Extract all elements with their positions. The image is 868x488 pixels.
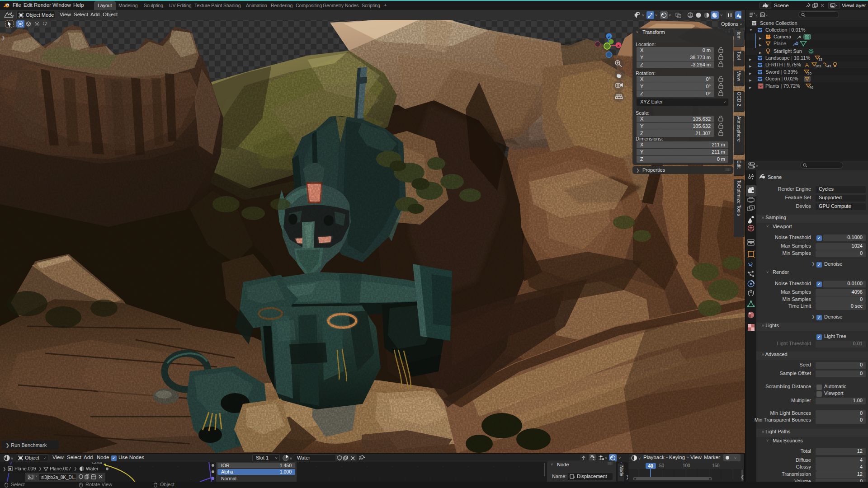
svg-text:150: 150	[712, 463, 720, 468]
svg-text:˅: ˅	[755, 14, 758, 18]
svg-text:13: 13	[818, 57, 822, 61]
svg-text:Plane.007: Plane.007	[50, 466, 71, 471]
svg-text:˅: ˅	[642, 13, 644, 18]
svg-text:-43: -43	[826, 64, 831, 68]
svg-text:❯: ❯	[3, 467, 6, 472]
svg-text:˅: ˅	[669, 13, 671, 18]
svg-text:❯: ❯	[38, 466, 42, 471]
svg-text:1.000: 1.000	[280, 469, 292, 474]
svg-text:˅: ˅	[290, 456, 292, 461]
svg-text:20: 20	[807, 71, 811, 75]
svg-text:˅: ˅	[605, 456, 607, 460]
svg-text:Water: Water	[86, 466, 99, 471]
svg-text:X: X	[617, 44, 620, 48]
svg-text:❯: ❯	[626, 474, 628, 480]
svg-text:˅: ˅	[756, 164, 758, 168]
svg-text:˅: ˅	[11, 456, 13, 461]
svg-text:Z: Z	[608, 35, 610, 39]
svg-text:˅: ˅	[720, 13, 722, 18]
svg-text:103: 103	[815, 64, 821, 68]
svg-text:˅: ˅	[734, 456, 736, 460]
svg-text:IOR: IOR	[221, 463, 230, 468]
svg-text:˅: ˅	[638, 456, 641, 461]
svg-text:50: 50	[659, 463, 665, 468]
svg-text:si3jbb2a_8K_Di...: si3jbb2a_8K_Di...	[41, 475, 76, 480]
svg-text:46: 46	[809, 85, 813, 89]
svg-text:˅: ˅	[618, 456, 621, 460]
svg-text:˅: ˅	[655, 13, 657, 18]
svg-text:❮: ❮	[741, 474, 744, 480]
svg-text:❯: ❯	[74, 466, 77, 471]
svg-text:˅: ˅	[35, 474, 38, 478]
svg-text:˅: ˅	[765, 14, 768, 18]
svg-text:Plane.009: Plane.009	[14, 466, 36, 471]
svg-text:Normal: Normal	[221, 476, 236, 481]
svg-text:40: 40	[648, 463, 653, 469]
svg-text:100: 100	[683, 463, 690, 468]
svg-text:Alpha: Alpha	[221, 469, 233, 474]
svg-text:1.450: 1.450	[280, 463, 292, 468]
